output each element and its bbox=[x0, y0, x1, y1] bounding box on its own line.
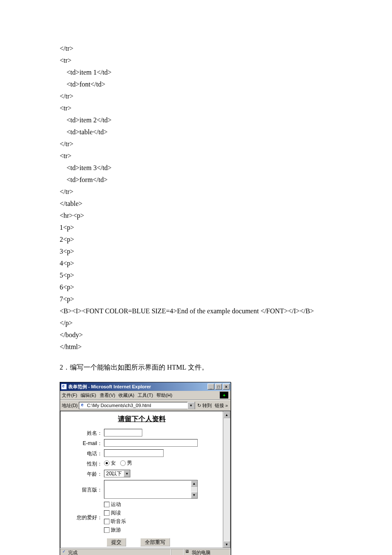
menubar: 文件(F) 编辑(E) 查看(V) 收藏(A) 工具(T) 帮助(H) ✦ bbox=[60, 391, 231, 400]
code-listing: </tr> <tr> <td>item 1</td> <td>font</td>… bbox=[60, 43, 332, 353]
email-input[interactable] bbox=[104, 439, 198, 447]
scroll-track[interactable] bbox=[223, 418, 230, 541]
submit-button[interactable]: 提交 bbox=[107, 538, 126, 546]
ie-throbber-icon: ✦ bbox=[219, 391, 229, 399]
links-label[interactable]: 链接 » bbox=[214, 402, 229, 409]
address-label: 地址(D) bbox=[62, 402, 78, 409]
scroll-up-icon[interactable]: ▲ bbox=[191, 480, 197, 487]
address-dropdown-icon[interactable]: ▼ bbox=[187, 402, 195, 409]
hobby-reading-checkbox[interactable]: 阅读 bbox=[104, 509, 126, 517]
status-empty-pane bbox=[171, 549, 184, 555]
menu-view[interactable]: 查看(V) bbox=[100, 392, 115, 399]
maximize-button[interactable]: □ bbox=[215, 384, 222, 390]
email-label: E-mail： bbox=[64, 439, 104, 447]
message-label: 留言版： bbox=[64, 486, 104, 494]
name-input[interactable] bbox=[104, 429, 142, 436]
radio-icon bbox=[104, 460, 110, 466]
minimize-button[interactable]: _ bbox=[208, 384, 214, 390]
age-selected-value: 20以下 bbox=[104, 470, 124, 477]
menu-fav[interactable]: 收藏(A) bbox=[118, 392, 134, 399]
close-button[interactable]: × bbox=[223, 384, 230, 390]
question-text: 2．编写一个能输出如图所示界面的 HTML 文件。 bbox=[60, 361, 332, 373]
hobby-music-checkbox[interactable]: 听音乐 bbox=[104, 518, 126, 525]
menu-help[interactable]: 帮助(H) bbox=[156, 392, 172, 399]
age-select[interactable]: 20以下 ▼ bbox=[104, 470, 130, 477]
scroll-down-icon[interactable]: ▼ bbox=[191, 492, 197, 498]
window-title: 表单范例 - Microsoft Internet Explorer bbox=[68, 384, 207, 390]
menu-tools[interactable]: 工具(T) bbox=[138, 392, 153, 399]
form-heading: 请留下个人资料 bbox=[64, 415, 219, 424]
phone-label: 电话： bbox=[64, 449, 104, 457]
titlebar: 表单范例 - Microsoft Internet Explorer _ □ × bbox=[60, 382, 231, 391]
menu-file[interactable]: 文件(F) bbox=[62, 392, 77, 399]
ie-icon bbox=[61, 384, 67, 390]
age-label: 年龄： bbox=[64, 470, 104, 478]
phone-input[interactable] bbox=[104, 449, 164, 457]
page-icon bbox=[80, 402, 86, 408]
addressbar: 地址(D) C:\My Documents\ch3_09.html ▼ ↻ 转到… bbox=[60, 400, 231, 411]
address-combo[interactable]: C:\My Documents\ch3_09.html ▼ bbox=[79, 402, 195, 409]
computer-icon bbox=[185, 550, 190, 555]
chevron-down-icon: ▼ bbox=[124, 470, 130, 477]
scroll-down-icon[interactable]: ▼ bbox=[223, 541, 230, 548]
ie-window: 表单范例 - Microsoft Internet Explorer _ □ ×… bbox=[60, 382, 231, 555]
radio-icon bbox=[120, 460, 126, 466]
hobby-label: 您的爱好： bbox=[64, 513, 104, 521]
scroll-up-icon[interactable]: ▲ bbox=[223, 411, 230, 418]
checkbox-icon bbox=[104, 527, 110, 533]
checkbox-icon bbox=[104, 510, 110, 516]
status-zone-pane: 我的电脑 bbox=[184, 549, 231, 555]
textarea-scrollbar[interactable]: ▲ ▼ bbox=[191, 480, 197, 498]
statusbar: 完成 我的电脑 bbox=[60, 548, 231, 555]
gender-label: 性别： bbox=[64, 460, 104, 468]
menu-edit[interactable]: 编辑(E) bbox=[81, 392, 96, 399]
content-scrollbar[interactable]: ▲ ▼ bbox=[223, 411, 230, 548]
content-area: 请留下个人资料 姓名： E-mail： 电话： 性别： bbox=[60, 411, 231, 548]
message-textarea[interactable]: ▲ ▼ bbox=[104, 480, 198, 499]
checkbox-icon bbox=[104, 502, 110, 507]
checkbox-icon bbox=[104, 519, 110, 524]
go-button[interactable]: ↻ 转到 bbox=[196, 402, 213, 409]
done-icon bbox=[62, 550, 67, 555]
go-icon: ↻ bbox=[197, 403, 201, 408]
gender-male-radio[interactable]: 男 bbox=[120, 460, 132, 467]
name-label: 姓名： bbox=[64, 429, 104, 437]
hobby-travel-checkbox[interactable]: 旅游 bbox=[104, 526, 126, 534]
address-value: C:\My Documents\ch3_09.html bbox=[87, 403, 187, 408]
hobby-sport-checkbox[interactable]: 运动 bbox=[104, 501, 126, 508]
gender-female-radio[interactable]: 女 bbox=[104, 460, 116, 467]
reset-button[interactable]: 全部重写 bbox=[140, 538, 170, 546]
status-done-pane: 完成 bbox=[60, 549, 171, 555]
